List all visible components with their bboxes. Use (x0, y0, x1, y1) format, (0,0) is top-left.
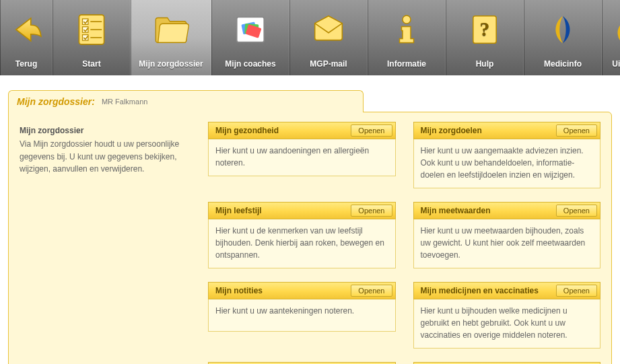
card-1: Mijn zorgdoelenOpenenHier kunt u uw aang… (413, 122, 601, 188)
card-desc: Hier kunt u de kenmerken van uw leefstij… (208, 219, 396, 268)
mail-icon (307, 8, 350, 51)
side-text: Via Mijn zorgdossier houdt u uw persoonl… (20, 138, 193, 176)
card-grid: Mijn gezondheidOpenenHier kunt u uw aand… (208, 122, 600, 364)
side-intro: Mijn zorgdossier Via Mijn zorgdossier ho… (20, 122, 193, 364)
toolbar-help[interactable]: ? Hulp (446, 0, 524, 75)
toolbar-label: MGP-mail (310, 59, 347, 69)
toolbar-label: Hulp (476, 59, 494, 69)
card-head: Mijn zorgdoelenOpenen (413, 122, 601, 139)
toolbar-dossier[interactable]: Mijn zorgdossier (131, 0, 211, 75)
card-4: Mijn notitiesOpenenHier kunt u uw aantek… (208, 282, 396, 349)
card-head: Mijn notitiesOpenen (208, 282, 396, 299)
svg-point-11 (403, 15, 411, 24)
folder-tab: Mijn zorgdossier: MR Falkmann (8, 90, 364, 112)
question-icon: ? (463, 8, 506, 51)
open-button[interactable]: Openen (351, 205, 392, 217)
checklist-icon (70, 8, 113, 51)
toolbar-label: Mijn zorgdossier (139, 59, 203, 69)
card-title: Mijn medicijnen en vaccinaties (421, 286, 539, 295)
toolbar-mail[interactable]: MGP-mail (289, 0, 368, 75)
toolbar-label: Uitloggen (612, 59, 620, 69)
card-title: Mijn gezondheid (215, 126, 279, 135)
toolbar-logout[interactable]: Uitloggen (602, 0, 620, 75)
toolbar-medicinfo[interactable]: Medicinfo (524, 0, 602, 75)
card-desc: Hier kunt u bijhouden welke medicijnen u… (413, 299, 601, 349)
toolbar-label: Mijn coaches (225, 59, 275, 69)
card-head: Mijn meetwaardenOpenen (413, 202, 601, 219)
page-title: Mijn zorgdossier: (17, 96, 95, 107)
patient-name: MR Falkmann (102, 98, 147, 106)
info-icon (385, 8, 428, 51)
open-button[interactable]: Openen (556, 205, 597, 217)
folder-icon (149, 8, 193, 51)
main-toolbar: Terug Start (0, 0, 620, 75)
photos-icon (229, 8, 272, 51)
toolbar-start[interactable]: Start (53, 0, 131, 75)
card-5: Mijn medicijnen en vaccinatiesOpenenHier… (413, 282, 601, 349)
folder-body: Mijn zorgdossier Via Mijn zorgdossier ho… (8, 112, 612, 364)
toolbar-coaches[interactable]: Mijn coaches (211, 0, 289, 75)
open-button[interactable]: Openen (351, 285, 392, 297)
card-head: Mijn leefstijlOpenen (208, 202, 396, 219)
side-heading: Mijn zorgdossier (20, 126, 193, 135)
toolbar-back[interactable]: Terug (0, 0, 53, 75)
card-title: Mijn meetwaarden (421, 206, 491, 215)
medicinfo-logo-icon (541, 8, 584, 51)
card-2: Mijn leefstijlOpenenHier kunt u de kenme… (208, 202, 396, 268)
open-button[interactable]: Openen (556, 285, 597, 297)
card-desc: Hier kunt u uw aangemaakte adviezen inzi… (413, 139, 601, 188)
page-body: Mijn zorgdossier: MR Falkmann Mijn zorgd… (0, 75, 620, 364)
open-button[interactable]: Openen (556, 124, 597, 137)
card-title: Mijn notities (215, 286, 263, 295)
arrow-back-icon (5, 8, 48, 51)
card-desc: Hier kunt u uw aantekeningen noteren. (208, 299, 396, 332)
card-3: Mijn meetwaardenOpenenHier kunt u uw mee… (413, 202, 601, 268)
card-head: Mijn gezondheidOpenen (208, 122, 396, 139)
card-head: Mijn medicijnen en vaccinatiesOpenen (413, 282, 601, 299)
toolbar-label: Medicinfo (544, 59, 582, 69)
open-button[interactable]: Openen (351, 124, 392, 137)
card-desc: Hier kunt u uw meetwaarden bijhouden, zo… (413, 219, 601, 268)
svg-text:?: ? (480, 18, 490, 40)
toolbar-label: Terug (15, 59, 37, 69)
logout-icon (609, 8, 620, 51)
toolbar-label: Informatie (387, 59, 426, 69)
card-desc: Hier kunt u uw aandoeningen en allergieë… (208, 139, 396, 176)
card-title: Mijn zorgdoelen (421, 126, 482, 135)
toolbar-info[interactable]: Informatie (368, 0, 446, 75)
card-0: Mijn gezondheidOpenenHier kunt u uw aand… (208, 122, 396, 188)
toolbar-label: Start (82, 59, 100, 69)
card-title: Mijn leefstijl (215, 206, 262, 215)
